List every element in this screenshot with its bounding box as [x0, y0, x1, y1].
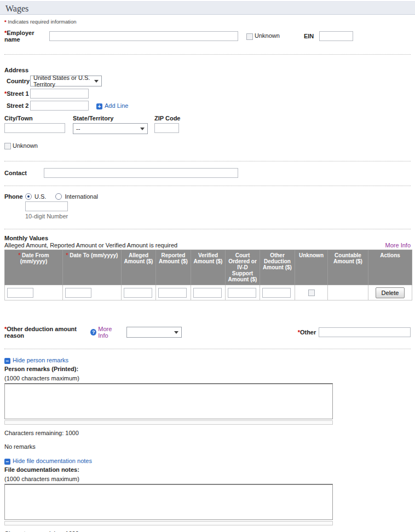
- monthly-values-section-label: Monthly Values: [4, 235, 411, 241]
- employer-row: *Employer name Unknown EIN: [4, 30, 411, 43]
- separator: [4, 349, 411, 349]
- row-unknown-checkbox[interactable]: [308, 290, 315, 296]
- file-notes-max-note: (1000 characters maximum): [4, 476, 411, 482]
- state-select[interactable]: --: [73, 123, 148, 134]
- add-line-link[interactable]: +Add Line: [96, 102, 128, 109]
- street2-row: Street 2 +Add Line: [4, 101, 411, 111]
- col-header-alleged: Alleged Amount ($): [122, 250, 156, 285]
- col-header-unknown: Unknown: [295, 250, 328, 285]
- ein-label: EIN: [304, 33, 314, 39]
- person-remarks-heading: Person remarks (Printed):: [4, 366, 411, 372]
- person-remarks-max-note: (1000 characters maximum): [4, 375, 411, 381]
- state-column: State/Territory --: [73, 115, 148, 134]
- city-state-zip-row: City/Town State/Territory -- ZIP Code: [4, 115, 411, 134]
- col-header-other-deduction: Other Deduction Amount ($): [260, 250, 295, 285]
- collapse-icon: −: [4, 459, 10, 465]
- street2-input[interactable]: [30, 101, 89, 111]
- zip-label: ZIP Code: [154, 115, 180, 122]
- file-notes-scrollbar[interactable]: [4, 521, 333, 525]
- separator: [4, 54, 411, 55]
- file-notes-textarea[interactable]: [4, 484, 333, 520]
- separator: [4, 229, 411, 229]
- hide-person-remarks-link[interactable]: −Hide person remarks: [4, 357, 68, 363]
- city-column: City/Town: [4, 115, 65, 134]
- chevron-down-icon: [174, 331, 178, 334]
- alleged-amount-input[interactable]: [124, 288, 152, 298]
- verified-amount-input[interactable]: [193, 288, 222, 298]
- country-select[interactable]: United States or U.S. Territory: [30, 76, 102, 86]
- address-unknown: Unknown: [4, 142, 411, 149]
- employer-unknown-checkbox[interactable]: [246, 33, 253, 40]
- date-to-input[interactable]: [65, 288, 91, 298]
- phone-us-radio[interactable]: [25, 193, 32, 200]
- phone-number-input[interactable]: [25, 201, 68, 211]
- col-header-actions: Actions: [368, 250, 412, 285]
- col-header-date-from: * Date From (mm/yyyy): [5, 250, 63, 285]
- other-deduction-more-info-link[interactable]: More Info: [98, 326, 121, 339]
- form-content: * Indicates required information *Employ…: [0, 19, 415, 532]
- chevron-down-icon: [94, 80, 99, 83]
- separator: [4, 186, 411, 186]
- monthly-values-subtitle-row: Alleged Amount, Reported Amount or Verif…: [4, 242, 411, 248]
- person-remarks-textarea[interactable]: [4, 383, 333, 419]
- phone-us-label: U.S.: [34, 193, 46, 200]
- file-notes-toggle-row: −Hide file documentation notes: [4, 458, 411, 465]
- col-header-court-ordered: Court Ordered or IV-D Support Amount ($): [226, 250, 260, 285]
- phone-row: Phone U.S. International: [4, 193, 411, 200]
- separator: [4, 161, 411, 161]
- employer-name-label: *Employer name: [4, 30, 49, 43]
- state-select-value: --: [76, 125, 80, 132]
- person-remarks-scrollbar[interactable]: [4, 420, 333, 425]
- court-ordered-amount-input[interactable]: [228, 288, 256, 298]
- address-section-label: Address: [4, 67, 411, 73]
- person-remarks-remaining-count: 1000: [65, 430, 78, 436]
- wages-page: Wages * Indicates required information *…: [0, 1, 415, 532]
- monthly-values-more-info-link[interactable]: More Info: [385, 242, 411, 248]
- plus-icon: +: [96, 103, 102, 109]
- contact-row: Contact: [4, 168, 411, 178]
- col-header-reported: Reported Amount ($): [156, 250, 191, 285]
- date-from-input[interactable]: [7, 288, 33, 298]
- street2-label: Street 2: [4, 102, 30, 109]
- city-label: City/Town: [4, 115, 65, 122]
- other-label: *Other: [298, 329, 316, 336]
- street1-input[interactable]: [30, 89, 89, 99]
- monthly-values-table: * Date From (mm/yyyy) * Date To (mm/yyyy…: [4, 250, 412, 300]
- row-delete-button[interactable]: Delete: [376, 287, 405, 298]
- phone-international-radio[interactable]: [55, 193, 62, 200]
- zip-input[interactable]: [154, 123, 179, 133]
- table-header-row: * Date From (mm/yyyy) * Date To (mm/yyyy…: [5, 250, 412, 285]
- other-input[interactable]: [319, 327, 411, 337]
- person-remarks-toggle-row: −Hide person remarks: [4, 357, 411, 364]
- employer-unknown-label: Unknown: [255, 32, 280, 39]
- monthly-values-subtitle: Alleged Amount, Reported Amount or Verif…: [4, 242, 177, 248]
- countable-amount-cell: [328, 285, 368, 300]
- employer-unknown: Unknown: [246, 32, 280, 39]
- phone-label: Phone: [4, 193, 25, 200]
- reported-amount-input[interactable]: [158, 288, 187, 298]
- phone-international-label: International: [65, 193, 98, 200]
- city-input[interactable]: [4, 123, 65, 133]
- hide-file-notes-link[interactable]: −Hide file documentation notes: [4, 458, 92, 464]
- person-remarks-empty-text: No remarks: [4, 443, 411, 450]
- address-unknown-checkbox[interactable]: [4, 143, 11, 149]
- collapse-icon: −: [4, 358, 10, 364]
- phone-type-radios: U.S. International: [25, 193, 98, 200]
- other-deduction-reason-label: *Other deduction amount reason: [4, 326, 89, 339]
- other-deduction-reason-select[interactable]: [126, 327, 181, 338]
- other-deduction-amount-input[interactable]: [262, 288, 291, 298]
- chevron-down-icon: [140, 128, 145, 130]
- other-deduction-row: *Other deduction amount reason ? More In…: [4, 326, 411, 339]
- street1-row: *Street 1: [4, 89, 411, 99]
- country-label: Country: [4, 78, 30, 84]
- help-icon[interactable]: ?: [90, 329, 96, 336]
- contact-input[interactable]: [44, 168, 238, 178]
- col-header-date-to: * Date To (mm/yyyy): [63, 250, 122, 285]
- phone-hint: 10-digit Number: [25, 213, 411, 219]
- employer-name-input[interactable]: [49, 31, 238, 41]
- country-row: Country United States or U.S. Territory: [4, 76, 411, 86]
- street1-label: *Street 1: [4, 90, 30, 97]
- required-note: * Indicates required information: [4, 19, 411, 25]
- col-header-verified: Verified Amount ($): [191, 250, 226, 285]
- ein-input[interactable]: [319, 31, 353, 41]
